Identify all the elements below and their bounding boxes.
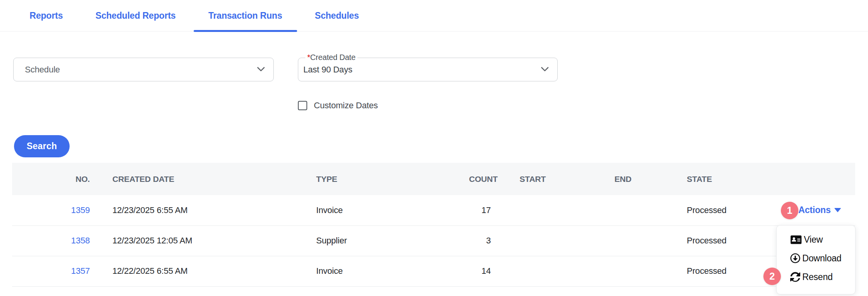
end-cell — [614, 195, 687, 226]
column-header-type: TYPE — [294, 163, 469, 195]
menu-item-view[interactable]: View — [777, 230, 855, 249]
column-header-start: START — [520, 163, 614, 195]
tab-schedules[interactable]: Schedules — [299, 0, 375, 31]
created-date-select[interactable]: *Created Date Last 90 Days — [298, 58, 558, 81]
start-cell — [520, 226, 614, 256]
customize-dates-row: Customize Dates — [298, 100, 378, 111]
transaction-runs-table: NO. CREATED DATE TYPE COUNT START END ST… — [12, 163, 855, 287]
column-header-end: END — [614, 163, 687, 195]
required-asterisk: * — [307, 53, 310, 62]
type-cell: Supplier — [294, 226, 469, 256]
annotation-badge-1: 1 — [781, 202, 798, 219]
type-cell: Invoice — [294, 195, 469, 226]
tab-transaction-runs[interactable]: Transaction Runs — [192, 0, 299, 31]
id-card-icon — [790, 235, 802, 245]
tab-scheduled-reports[interactable]: Scheduled Reports — [79, 0, 192, 31]
menu-item-download[interactable]: Download — [777, 249, 855, 268]
start-cell — [520, 195, 614, 226]
actions-dropdown-button[interactable]: Actions — [798, 205, 841, 215]
created-date-cell: 12/22/2025 6:55 AM — [90, 256, 294, 286]
created-date-cell: 12/23/2025 6:55 AM — [90, 195, 294, 226]
column-header-no: NO. — [12, 163, 90, 195]
start-cell — [520, 256, 614, 286]
tab-reports[interactable]: Reports — [13, 0, 79, 31]
schedule-select[interactable]: Schedule — [13, 58, 274, 81]
menu-item-label: Download — [802, 253, 842, 264]
run-number-link[interactable]: 1359 — [71, 205, 90, 215]
menu-item-label: Resend — [802, 272, 833, 282]
column-header-actions — [796, 163, 855, 195]
created-date-value: Last 90 Days — [303, 65, 352, 75]
customize-dates-label: Customize Dates — [314, 100, 378, 111]
table-header-row: NO. CREATED DATE TYPE COUNT START END ST… — [12, 163, 855, 195]
created-date-label: *Created Date — [305, 53, 357, 62]
caret-down-icon — [834, 208, 841, 212]
annotation-badge-2: 2 — [763, 268, 781, 285]
column-header-state: STATE — [687, 163, 796, 195]
chevron-down-icon — [539, 63, 550, 76]
menu-item-resend[interactable]: Resend — [777, 268, 855, 286]
run-number-link[interactable]: 1357 — [71, 266, 90, 276]
actions-dropdown-menu: View Download Resend — [776, 225, 856, 294]
state-cell: Processed — [687, 195, 796, 226]
table-row: 1358 12/23/2025 12:05 AM Supplier 3 Proc… — [12, 226, 855, 256]
count-cell: 14 — [469, 256, 520, 286]
run-number-link[interactable]: 1358 — [71, 236, 90, 245]
chevron-down-icon — [256, 63, 266, 76]
transaction-runs-page: Reports Scheduled Reports Transaction Ru… — [0, 0, 868, 296]
download-circle-icon — [790, 253, 800, 263]
column-header-count: COUNT — [469, 163, 520, 195]
end-cell — [614, 226, 687, 256]
search-button[interactable]: Search — [14, 135, 70, 157]
type-cell: Invoice — [294, 256, 469, 286]
count-cell: 3 — [469, 226, 520, 256]
tab-bar: Reports Scheduled Reports Transaction Ru… — [0, 0, 868, 32]
count-cell: 17 — [469, 195, 520, 226]
resend-icon — [790, 272, 800, 282]
column-header-created-date: CREATED DATE — [90, 163, 294, 195]
table-row: 1357 12/22/2025 6:55 AM Invoice 14 Proce… — [12, 256, 855, 286]
menu-item-label: View — [804, 234, 823, 245]
customize-dates-checkbox[interactable] — [298, 101, 307, 110]
table-row: 1359 12/23/2025 6:55 AM Invoice 17 Proce… — [12, 195, 855, 226]
schedule-select-placeholder: Schedule — [25, 65, 60, 75]
created-date-cell: 12/23/2025 12:05 AM — [90, 226, 294, 256]
end-cell — [614, 256, 687, 286]
